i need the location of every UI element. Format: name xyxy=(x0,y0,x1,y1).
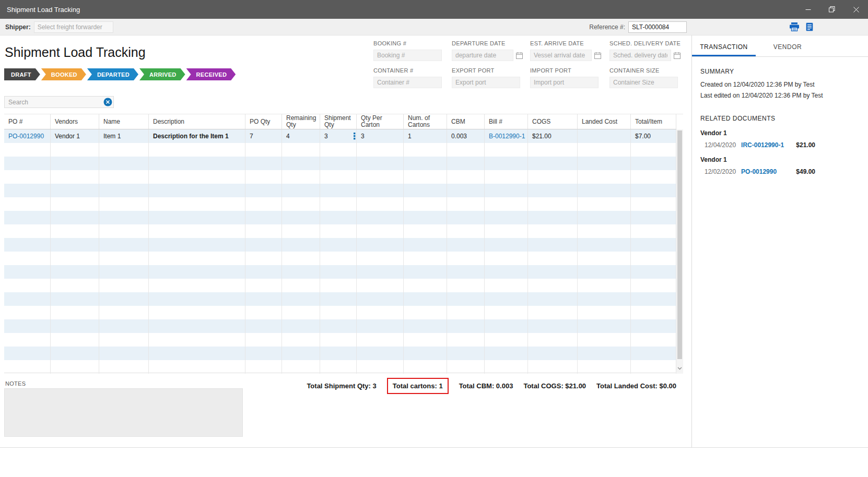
line-items-table: PO # Vendors Name Description PO Qty Rem… xyxy=(4,114,683,373)
column-header-cbm[interactable]: CBM xyxy=(447,114,485,129)
related-doc-amount: $49.00 xyxy=(796,168,815,175)
calendar-icon[interactable] xyxy=(516,52,523,59)
cell-qty-per-carton: 3 xyxy=(357,129,404,143)
field-label: CONTAINER SIZE xyxy=(609,67,688,74)
export-port-input[interactable] xyxy=(452,77,520,88)
stage-label: ARRIVED xyxy=(149,71,177,78)
container-size-input[interactable] xyxy=(609,77,678,88)
cell-shipment-qty: 3 xyxy=(320,129,357,143)
search-input[interactable] xyxy=(4,96,114,108)
shipper-input[interactable] xyxy=(34,21,113,33)
container-number-input[interactable] xyxy=(373,77,442,88)
column-header-remaining-qty[interactable]: Remaining Qty xyxy=(282,114,320,129)
column-header-cogs[interactable]: COGS xyxy=(528,114,578,129)
row-menu-icon[interactable] xyxy=(354,133,356,141)
table-empty-row xyxy=(4,224,676,238)
chevron-down-icon[interactable] xyxy=(677,363,682,372)
table-empty-row xyxy=(4,347,676,360)
bill-link[interactable]: B-0012990-1 xyxy=(489,133,525,140)
stage-draft[interactable]: DRAFT xyxy=(4,68,40,80)
scrollbar-thumb[interactable] xyxy=(677,130,682,359)
cell-po-number: PO-0012990 xyxy=(4,129,51,143)
stage-label: RECEIVED xyxy=(196,71,227,78)
column-header-po-qty[interactable]: PO Qty xyxy=(245,114,282,129)
stage-arrived[interactable]: ARRIVED xyxy=(139,68,185,80)
table-empty-row xyxy=(4,265,676,279)
summary-title: SUMMARY xyxy=(700,68,860,75)
table-empty-row xyxy=(4,157,676,170)
table-empty-row xyxy=(4,306,676,319)
related-doc-link[interactable]: IRC-0012990-1 xyxy=(741,141,784,149)
cell-po-qty: 7 xyxy=(245,129,282,143)
stage-departed[interactable]: DEPARTED xyxy=(87,68,138,80)
column-header-name[interactable]: Name xyxy=(99,114,149,129)
side-panel-tabs: TRANSACTION VENDOR xyxy=(692,39,868,57)
restore-button[interactable] xyxy=(820,0,844,19)
column-header-po-number[interactable]: PO # xyxy=(4,114,51,129)
cell-total-item: $7.00 xyxy=(631,129,676,143)
column-header-total-item[interactable]: Total/Item xyxy=(631,114,676,129)
related-doc-vendor: Vendor 1 xyxy=(700,129,860,137)
tab-transaction[interactable]: TRANSACTION xyxy=(692,39,756,56)
tab-vendor[interactable]: VENDOR xyxy=(756,39,819,56)
notes-textarea[interactable] xyxy=(4,388,243,437)
created-line: Created on 12/04/2020 12:36 PM by Test xyxy=(700,81,860,88)
import-port-input[interactable] xyxy=(530,77,599,88)
table-scrollbar[interactable] xyxy=(676,129,683,374)
cell-num-of-cartons: 1 xyxy=(404,129,447,143)
cell-cogs: $21.00 xyxy=(528,129,578,143)
column-header-vendors[interactable]: Vendors xyxy=(51,114,99,129)
reference-label: Reference #: xyxy=(589,23,625,31)
calendar-icon[interactable] xyxy=(594,52,601,59)
table-row[interactable]: PO-0012990 Vendor 1 Item 1 Description f… xyxy=(4,129,676,143)
total-cartons: Total cartons: 1 xyxy=(387,378,449,394)
departure-date-input[interactable] xyxy=(452,50,513,61)
document-button[interactable] xyxy=(806,22,813,33)
related-documents-title: RELATED DOCUMENTS xyxy=(700,115,860,122)
related-doc-date: 12/04/2020 xyxy=(705,141,736,149)
column-header-shipment-qty[interactable]: Shipment Qty xyxy=(320,114,357,129)
cell-remaining-qty: 4 xyxy=(282,129,320,143)
field-label: SCHED. DELIVERY DATE xyxy=(609,40,688,46)
sched-delivery-date-input[interactable] xyxy=(609,50,671,61)
table-empty-row xyxy=(4,197,676,211)
restore-icon xyxy=(829,6,835,13)
column-header-num-of-cartons[interactable]: Num. of Cartons xyxy=(404,114,447,129)
cell-bill-number: B-0012990-1 xyxy=(485,129,528,143)
field-label: DEPARTURE DATE xyxy=(452,40,530,46)
minimize-button[interactable] xyxy=(796,0,820,19)
title-bar: Shipment Load Tracking xyxy=(0,0,868,19)
table-empty-row xyxy=(4,333,676,347)
booking-number-input[interactable] xyxy=(373,50,442,61)
print-icon xyxy=(789,22,800,31)
search-clear-button[interactable] xyxy=(103,98,112,106)
column-header-landed-cost[interactable]: Landed Cost xyxy=(578,114,631,129)
column-header-qty-per-carton[interactable]: Qty Per Carton xyxy=(357,114,404,129)
field-label: IMPORT PORT xyxy=(530,67,609,74)
status-pipeline: DRAFT BOOKED DEPARTED ARRIVED RECEIVED xyxy=(4,68,237,80)
page-title: Shipment Load Tracking xyxy=(5,45,146,60)
close-button[interactable] xyxy=(844,0,868,19)
stage-received[interactable]: RECEIVED xyxy=(186,68,236,80)
cell-description: Description for the Item 1 xyxy=(149,129,245,143)
main-content: Shipment Load Tracking DRAFT BOOKED DEPA… xyxy=(0,35,691,448)
shipper-label: Shipper: xyxy=(5,23,31,31)
print-button[interactable] xyxy=(789,22,800,33)
total-landed-cost: Total Landed Cost: $0.00 xyxy=(596,382,676,390)
field-label: EST. ARRIVE DATE xyxy=(530,40,609,46)
stage-label: DEPARTED xyxy=(97,71,130,78)
side-panel: TRANSACTION VENDOR SUMMARY Created on 12… xyxy=(691,35,868,447)
field-label: EXPORT PORT xyxy=(452,67,530,74)
table-empty-row xyxy=(4,143,676,157)
related-doc-link[interactable]: PO-0012990 xyxy=(741,168,777,175)
stage-booked[interactable]: BOOKED xyxy=(41,68,86,80)
column-header-description[interactable]: Description xyxy=(149,114,245,129)
calendar-icon[interactable] xyxy=(674,52,681,59)
po-link[interactable]: PO-0012990 xyxy=(8,133,44,140)
est-arrive-date-input[interactable] xyxy=(530,50,592,61)
field-departure-date: DEPARTURE DATE xyxy=(452,40,530,61)
reference-input[interactable] xyxy=(628,21,687,33)
edited-line: Last edited on 12/04/2020 12:36 PM by Te… xyxy=(700,92,860,99)
close-icon xyxy=(853,7,859,13)
column-header-bill-number[interactable]: Bill # xyxy=(485,114,528,129)
